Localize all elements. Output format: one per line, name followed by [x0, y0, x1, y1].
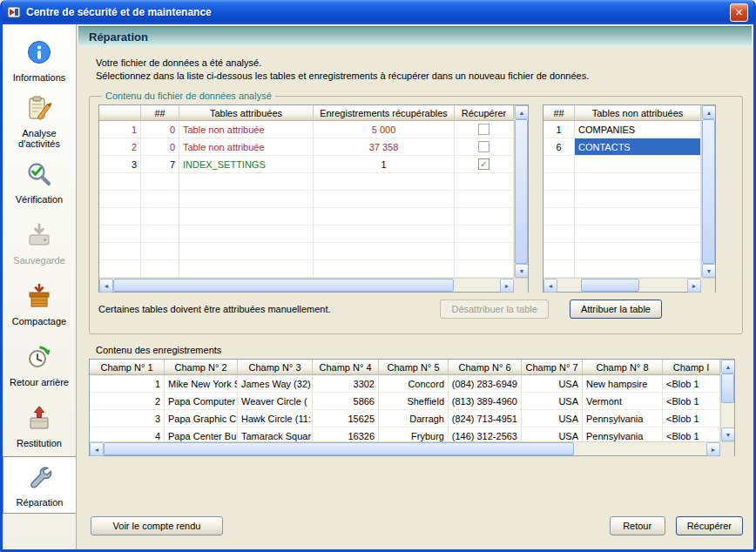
table-row[interactable]: 1 COMPANIES	[543, 121, 701, 138]
column-header[interactable]: Récupérer	[455, 105, 514, 121]
horizontal-scrollbar[interactable]: ◄ ►	[90, 441, 734, 455]
analyzed-file-groupbox: Contenu du fichier de données analysé ##…	[89, 91, 743, 334]
back-button[interactable]: Retour	[610, 516, 665, 535]
scrollbar-up-button[interactable]: ▲	[702, 105, 715, 119]
column-header[interactable]	[99, 105, 141, 121]
column-header[interactable]: ##	[543, 105, 575, 121]
scrollbar-up-button[interactable]: ▲	[721, 360, 734, 374]
window-title: Centre de sécurité et de maintenance	[26, 6, 730, 18]
recuperer-checkbox[interactable]: ✓	[478, 158, 489, 170]
records-list: Champ N° 1 Champ N° 2 Champ N° 3 Champ N…	[89, 359, 735, 456]
table-row[interactable]: 2 0 Table non attribuée 37 358	[99, 138, 514, 156]
unattributed-tables-list: ## Tables non attribuées 1 COMPANIES 6 C…	[543, 104, 716, 293]
manual-attribution-note: Certaines tables doivent être attribuées…	[98, 304, 440, 314]
sidebar-item-reparation[interactable]: Réparation	[3, 456, 76, 514]
scrollbar-right-button[interactable]: ►	[500, 279, 514, 293]
sidebar-item-sauvegarde[interactable]: Sauvegarde	[3, 212, 76, 273]
record-row[interactable]: 2 Papa Computer Weaver Circle ( 5866 She…	[90, 393, 720, 410]
titlebar[interactable]: Centre de sécurité et de maintenance ✕	[3, 0, 753, 24]
scrollbar-thumb[interactable]	[721, 374, 734, 403]
scrollbar-track[interactable]	[702, 119, 715, 264]
unassign-table-button[interactable]: Désattribuer la table	[440, 300, 548, 319]
scrollbar-thumb[interactable]	[104, 442, 574, 455]
column-header[interactable]: Champ N° 4	[313, 360, 379, 375]
repair-wrench-icon	[25, 463, 55, 495]
scrollbar-right-button[interactable]: ►	[706, 442, 720, 456]
attributed-tables-list: ## Tables attribuées Enregistrements réc…	[98, 104, 529, 293]
scrollbar-left-button[interactable]: ◄	[90, 442, 104, 456]
recuperer-checkbox[interactable]	[478, 124, 489, 135]
groupbox-title: Contenu du fichier de données analysé	[102, 91, 275, 101]
scrollbar-track[interactable]	[104, 442, 706, 455]
scrollbar-down-button[interactable]: ▼	[515, 264, 528, 278]
scrollbar-up-button[interactable]: ▲	[515, 105, 528, 119]
sidebar-item-analyse-activites[interactable]: Analyse d'activités	[3, 91, 76, 151]
column-header[interactable]: ##	[141, 105, 179, 121]
column-header[interactable]: Champ N° 7	[522, 360, 583, 375]
page-title: Réparation	[89, 30, 148, 44]
empty-row	[99, 260, 514, 278]
sidebar-item-verification[interactable]: Vérification	[3, 151, 76, 212]
scrollbar-thumb[interactable]	[113, 279, 454, 292]
sidebar-item-restitution[interactable]: Restitution	[3, 395, 76, 456]
empty-row	[543, 173, 701, 191]
page-header: Réparation	[78, 26, 752, 47]
scrollbar-track[interactable]	[113, 279, 500, 292]
horizontal-scrollbar[interactable]: ◄ ►	[543, 278, 715, 292]
scrollbar-left-button[interactable]: ◄	[543, 279, 557, 293]
backup-icon	[24, 221, 54, 252]
scrollbar-track[interactable]	[557, 279, 687, 292]
record-row[interactable]: 1 Mike New York S James Way (32) 3302 Co…	[90, 375, 720, 393]
vertical-scrollbar[interactable]: ▲ ▼	[701, 105, 715, 278]
column-header[interactable]: Champ I	[663, 360, 720, 375]
empty-row	[99, 226, 514, 243]
column-header[interactable]: Champ N° 8	[583, 360, 663, 375]
empty-row	[99, 243, 514, 260]
sidebar-item-informations[interactable]: Informations	[3, 30, 76, 91]
table-row-selected[interactable]: 6 CONTACTS	[543, 138, 701, 156]
record-row[interactable]: 3 Papa Graphic Cr Hawk Circle (11: 15625…	[90, 410, 720, 427]
scrollbar-track[interactable]	[721, 374, 734, 427]
empty-row	[543, 243, 701, 260]
scrollbar-thumb[interactable]	[702, 119, 715, 264]
scrollbar-thumb[interactable]	[581, 279, 639, 292]
empty-row	[99, 191, 514, 208]
table-row[interactable]: 1 0 Table non attribuée 5 000	[99, 121, 514, 138]
column-header[interactable]: Tables non attribuées	[575, 105, 701, 121]
column-header[interactable]: Enregistrements récupérables	[314, 105, 455, 121]
close-button[interactable]: ✕	[730, 3, 748, 22]
scrollbar-thumb[interactable]	[515, 119, 528, 264]
view-report-button[interactable]: Voir le compte rendu	[91, 516, 223, 535]
column-header[interactable]: Champ N° 6	[449, 360, 522, 375]
vertical-scrollbar[interactable]: ▲ ▼	[720, 360, 734, 441]
vertical-scrollbar[interactable]: ▲ ▼	[514, 105, 528, 278]
recover-button[interactable]: Récupérer	[676, 516, 743, 535]
column-header[interactable]: Champ N° 3	[238, 360, 313, 375]
scrollbar-track[interactable]	[515, 119, 528, 264]
empty-row	[543, 156, 701, 173]
column-header[interactable]: Tables attribuées	[179, 105, 314, 121]
empty-row	[99, 208, 514, 226]
app-icon	[7, 5, 21, 19]
horizontal-scrollbar[interactable]: ◄ ►	[99, 278, 528, 292]
column-header[interactable]: Champ N° 5	[379, 360, 449, 375]
table-row[interactable]: 3 7 INDEX_SETTINGS 1 ✓	[99, 156, 514, 173]
scrollbar-down-button[interactable]: ▼	[721, 427, 734, 441]
assign-table-button[interactable]: Attribuer la table	[570, 300, 662, 319]
attributed-tables-header: ## Tables attribuées Enregistrements réc…	[99, 105, 514, 121]
sidebar-item-compactage[interactable]: Compactage	[3, 273, 76, 334]
empty-row	[543, 191, 701, 208]
scrollbar-left-button[interactable]: ◄	[99, 279, 113, 293]
records-section-title: Contenu des enregistrements	[96, 345, 753, 355]
main-panel: Réparation Votre fichier de données a ét…	[77, 24, 753, 549]
scrollbar-down-button[interactable]: ▼	[702, 264, 715, 278]
compact-icon	[24, 282, 54, 313]
sidebar-item-retour-arriere[interactable]: Retour arrière	[3, 334, 76, 395]
record-row[interactable]: 4 Papa Center Bu Tamarack Squar 16326 Fr…	[90, 427, 720, 441]
empty-row	[543, 226, 701, 243]
column-header[interactable]: Champ N° 2	[165, 360, 238, 375]
recuperer-checkbox[interactable]	[478, 141, 489, 152]
scrollbar-right-button[interactable]: ►	[687, 279, 701, 293]
column-header[interactable]: Champ N° 1	[90, 360, 165, 375]
scrollbar-corner	[701, 279, 715, 293]
